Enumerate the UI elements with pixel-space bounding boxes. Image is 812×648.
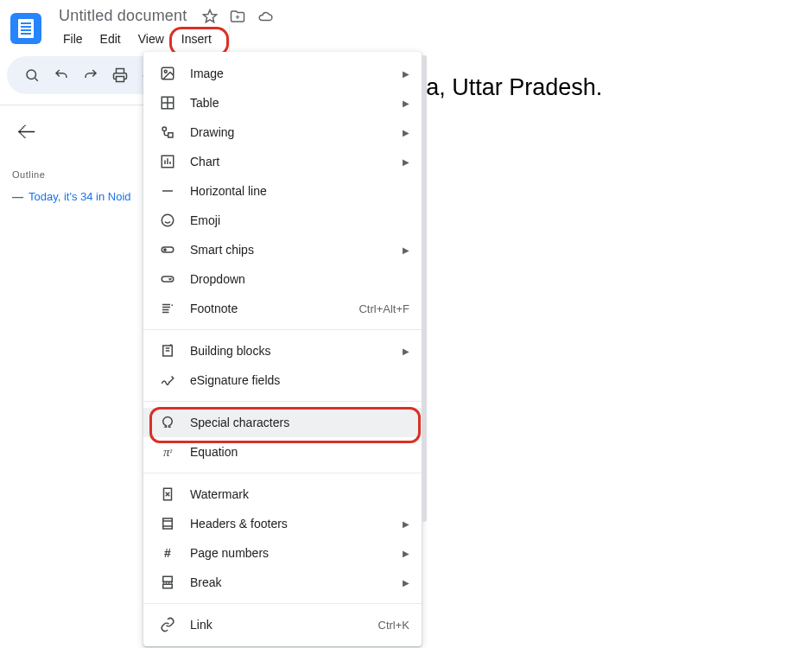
docs-logo[interactable] bbox=[10, 13, 41, 44]
star-icon[interactable] bbox=[202, 9, 218, 24]
print-icon[interactable] bbox=[107, 62, 133, 88]
dropdown-icon bbox=[159, 270, 176, 288]
image-icon bbox=[159, 65, 176, 82]
headers-footers-icon bbox=[159, 515, 176, 532]
outline-bullet-icon: — bbox=[12, 190, 23, 203]
dropdown-scrollbar[interactable] bbox=[422, 55, 427, 522]
break-icon bbox=[159, 574, 176, 591]
chart-icon bbox=[159, 153, 176, 170]
menu-shortcut: Ctrl+K bbox=[378, 619, 409, 632]
svg-rect-16 bbox=[163, 518, 173, 529]
redo-icon[interactable] bbox=[78, 62, 104, 88]
horizontal-line-icon bbox=[159, 182, 176, 200]
chevron-right-icon: ▶ bbox=[403, 157, 409, 167]
link-icon bbox=[159, 616, 176, 633]
menu-item-equation[interactable]: π² Equation bbox=[143, 437, 422, 467]
chevron-right-icon: ▶ bbox=[403, 549, 409, 558]
search-icon[interactable] bbox=[19, 62, 45, 88]
menu-item-building-blocks[interactable]: Building blocks ▶ bbox=[143, 336, 422, 365]
chevron-right-icon: ▶ bbox=[403, 346, 409, 356]
menu-view[interactable]: View bbox=[130, 29, 172, 49]
svg-rect-8 bbox=[168, 133, 173, 137]
chevron-right-icon: ▶ bbox=[403, 128, 409, 137]
svg-point-0 bbox=[27, 70, 36, 79]
menu-item-chart[interactable]: Chart ▶ bbox=[143, 147, 422, 176]
chevron-right-icon: ▶ bbox=[403, 69, 409, 79]
menu-item-special-characters[interactable]: Special characters bbox=[143, 408, 422, 437]
outline-sidebar: 🡠 Outline — Today, it's 34 in Noid bbox=[0, 105, 164, 648]
menu-insert[interactable]: Insert bbox=[174, 29, 219, 49]
menu-item-headers-footers[interactable]: Headers & footers ▶ bbox=[143, 509, 422, 538]
menu-item-page-numbers[interactable]: # Page numbers ▶ bbox=[143, 538, 422, 568]
menu-item-watermark[interactable]: Watermark bbox=[143, 480, 422, 509]
document-title[interactable]: Untitled document bbox=[55, 7, 190, 25]
svg-rect-18 bbox=[163, 584, 173, 588]
svg-point-10 bbox=[162, 214, 174, 226]
chevron-right-icon: ▶ bbox=[403, 578, 409, 588]
menu-item-horizontal-line[interactable]: Horizontal line bbox=[143, 176, 422, 206]
equation-icon: π² bbox=[159, 443, 176, 461]
chevron-right-icon: ▶ bbox=[403, 519, 409, 529]
menu-label: Equation bbox=[190, 445, 409, 459]
menu-item-drawing[interactable]: Drawing ▶ bbox=[143, 118, 422, 147]
menu-label: Image bbox=[190, 67, 389, 80]
menu-separator bbox=[143, 473, 422, 473]
menu-separator bbox=[143, 401, 422, 402]
building-blocks-icon bbox=[159, 342, 176, 359]
menu-item-break[interactable]: Break ▶ bbox=[143, 568, 422, 597]
undo-icon[interactable] bbox=[48, 62, 74, 88]
menu-label: Chart bbox=[190, 155, 389, 168]
menu-item-footnote[interactable]: Footnote Ctrl+Alt+F bbox=[143, 294, 422, 323]
svg-point-7 bbox=[162, 127, 167, 131]
svg-point-5 bbox=[164, 70, 167, 73]
menu-label: Building blocks bbox=[190, 344, 389, 358]
watermark-icon bbox=[159, 486, 176, 503]
menu-label: Drawing bbox=[190, 125, 389, 139]
move-icon[interactable] bbox=[230, 9, 245, 24]
footnote-icon bbox=[159, 300, 176, 317]
menu-label: Break bbox=[190, 575, 389, 589]
menu-item-table[interactable]: Table ▶ bbox=[143, 88, 422, 118]
menu-item-esignature[interactable]: eSignature fields bbox=[143, 365, 422, 395]
menu-edit[interactable]: Edit bbox=[92, 29, 129, 49]
menu-item-smart-chips[interactable]: Smart chips ▶ bbox=[143, 235, 422, 264]
menu-label: Smart chips bbox=[190, 243, 389, 257]
menu-item-image[interactable]: Image ▶ bbox=[143, 59, 422, 88]
smart-chips-icon bbox=[159, 241, 176, 258]
insert-dropdown: Image ▶ Table ▶ Drawing ▶ Chart ▶ Horizo… bbox=[143, 52, 422, 646]
drawing-icon bbox=[159, 124, 176, 141]
menu-item-dropdown[interactable]: Dropdown bbox=[143, 264, 422, 294]
outline-item-label: Today, it's 34 in Noid bbox=[29, 190, 131, 203]
menu-label: Watermark bbox=[190, 487, 409, 501]
menu-label: Link bbox=[190, 618, 365, 632]
outline-header: Outline bbox=[12, 169, 164, 180]
menu-label: eSignature fields bbox=[190, 373, 409, 387]
menu-item-emoji[interactable]: Emoji bbox=[143, 206, 422, 235]
emoji-icon bbox=[159, 212, 176, 229]
menu-label: Special characters bbox=[190, 416, 409, 429]
menu-label: Footnote bbox=[190, 302, 345, 315]
menu-separator bbox=[143, 603, 422, 604]
page-numbers-icon: # bbox=[159, 544, 176, 562]
menu-label: Headers & footers bbox=[190, 517, 389, 530]
menu-label: Page numbers bbox=[190, 546, 389, 560]
chevron-right-icon: ▶ bbox=[403, 98, 409, 108]
menu-label: Table bbox=[190, 96, 389, 110]
svg-rect-17 bbox=[163, 576, 173, 581]
menu-label: Horizontal line bbox=[190, 184, 409, 198]
menu-label: Emoji bbox=[190, 213, 409, 227]
cloud-status-icon[interactable] bbox=[257, 9, 273, 24]
esignature-icon bbox=[159, 372, 176, 389]
menu-shortcut: Ctrl+Alt+F bbox=[358, 302, 409, 315]
omega-icon bbox=[159, 414, 176, 431]
menu-separator bbox=[143, 329, 422, 330]
menu-label: Dropdown bbox=[190, 272, 409, 286]
back-arrow-icon[interactable]: 🡠 bbox=[12, 118, 164, 147]
chevron-right-icon: ▶ bbox=[403, 245, 409, 255]
outline-item[interactable]: — Today, it's 34 in Noid bbox=[12, 190, 164, 203]
svg-point-12 bbox=[164, 249, 166, 251]
menu-item-link[interactable]: Link Ctrl+K bbox=[143, 610, 422, 639]
table-icon bbox=[159, 94, 176, 111]
menu-file[interactable]: File bbox=[55, 29, 91, 49]
